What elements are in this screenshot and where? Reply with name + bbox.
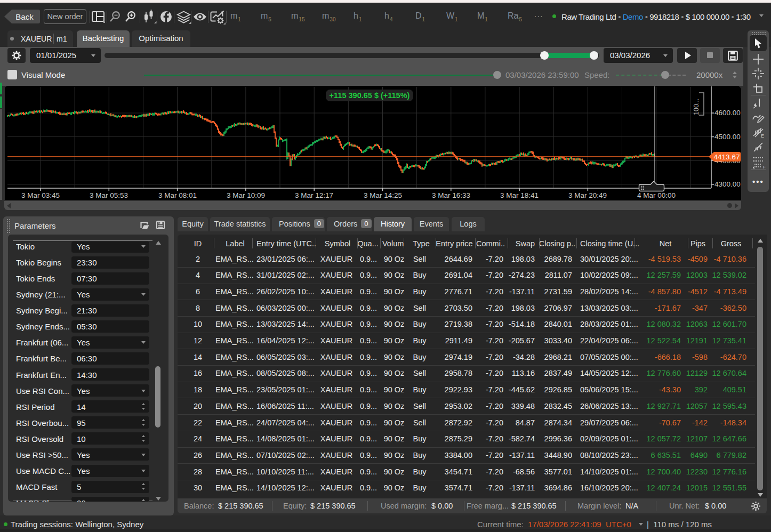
svg-text:E: E (761, 133, 764, 139)
svg-text:100...: 100... (693, 99, 700, 115)
svg-text:F: F (763, 165, 766, 169)
svg-text:4413.67: 4413.67 (714, 153, 740, 161)
